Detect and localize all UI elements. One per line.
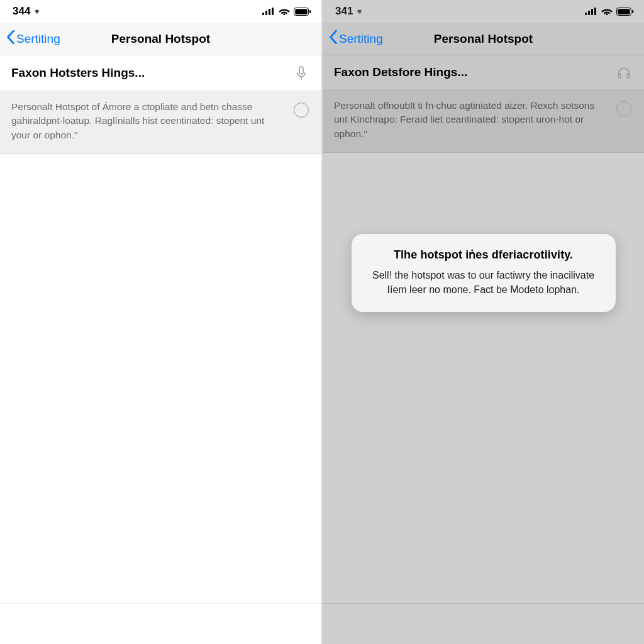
nav-bar: Sertiting Personal Hotspot: [0, 23, 321, 55]
hotspot-description: Personalt offnoublt ti fn·chuc agtiniate…: [334, 99, 606, 141]
microphone-icon: [292, 65, 310, 80]
wifi-icon: ᯤ: [34, 7, 42, 16]
alert-body: Sell! the hotspot was to our factiwry th…: [368, 268, 599, 297]
wifi-icon: ᯤ: [357, 7, 365, 16]
status-bar: 344 ᯤ: [0, 0, 321, 23]
svg-rect-0: [262, 13, 264, 15]
hotspot-description-row: Personalt offnoublt ti fn·chuc agtiniate…: [323, 90, 644, 153]
screenshot-left: 344 ᯤ Sertiting: [0, 0, 321, 644]
wifi-icon: [279, 8, 290, 16]
status-time: 341: [335, 5, 353, 18]
svg-rect-1: [265, 11, 267, 15]
svg-rect-11: [594, 8, 596, 15]
chevron-left-icon: [6, 30, 15, 47]
hotspot-name-label: Faxon Hotsters Hings...: [11, 66, 292, 80]
svg-rect-10: [591, 9, 593, 15]
bottom-separator: [0, 603, 321, 604]
hotspot-name-row[interactable]: Faxon Detsfore Hings...: [323, 55, 644, 90]
svg-rect-8: [585, 13, 587, 15]
svg-rect-16: [627, 74, 630, 78]
svg-rect-13: [618, 9, 630, 14]
hotspot-description: Personalt Hotspot of Ámore a ctopliate a…: [11, 100, 284, 142]
bottom-separator: [323, 603, 644, 604]
svg-rect-6: [309, 10, 311, 13]
battery-icon: [616, 8, 634, 16]
back-button[interactable]: Sertiting: [323, 30, 383, 47]
back-label: Sertiting: [16, 32, 60, 46]
hotspot-name-label: Faxon Detsfore Hings...: [334, 65, 615, 79]
hotspot-name-row[interactable]: Faxon Hotsters Hings...: [0, 55, 321, 91]
wifi-icon: [601, 8, 613, 16]
screenshot-right: 341 ᯤ Sertiting: [323, 0, 644, 644]
radio-option[interactable]: [615, 99, 633, 116]
svg-rect-15: [618, 74, 621, 78]
alert-title: Tlhe hotspot iṅes dferiacrotiivity.: [368, 248, 599, 262]
svg-rect-3: [272, 8, 274, 15]
back-button[interactable]: Sertiting: [0, 30, 60, 47]
chevron-left-icon: [329, 30, 338, 47]
svg-rect-9: [588, 11, 590, 15]
battery-icon: [294, 8, 311, 16]
svg-rect-7: [299, 67, 303, 74]
svg-rect-2: [269, 9, 270, 15]
headphones-icon: [615, 65, 633, 79]
cellular-signal-icon: [585, 8, 597, 15]
svg-rect-14: [632, 10, 633, 13]
back-label: Sertiting: [339, 32, 383, 46]
status-time: 344: [13, 5, 30, 18]
nav-bar: Sertiting Personal Hotspot: [323, 23, 644, 55]
cellular-signal-icon: [262, 8, 275, 15]
hotspot-description-row: Personalt Hotspot of Ámore a ctopliate a…: [0, 91, 321, 154]
status-bar: 341 ᯤ: [323, 0, 644, 23]
alert-dialog[interactable]: Tlhe hotspot iṅes dferiacrotiivity. Sell…: [352, 234, 616, 312]
radio-option[interactable]: [292, 100, 310, 118]
svg-rect-5: [295, 9, 307, 14]
